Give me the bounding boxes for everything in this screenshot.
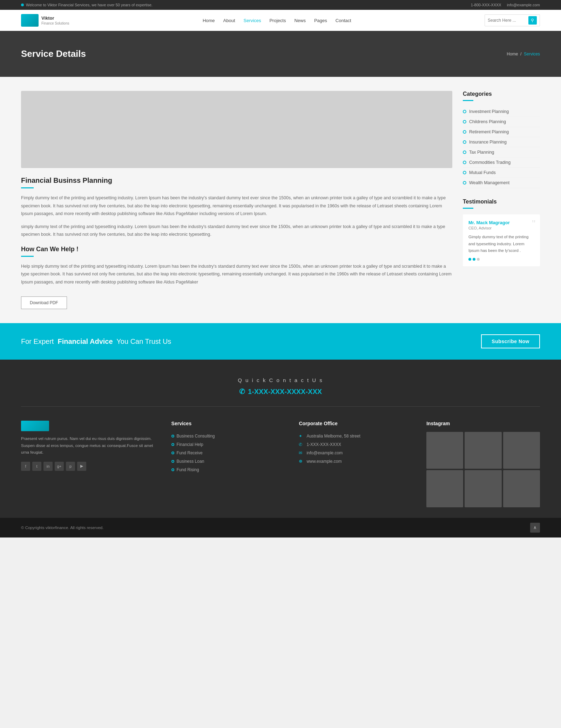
search-button[interactable]: ⚲ <box>528 16 537 25</box>
quick-contact: Q u i c k C o n t a c t U s ✆ 1-XXX-XXX-… <box>21 377 540 407</box>
list-item: ✉ info@example.com <box>299 449 412 457</box>
nav-pages[interactable]: Pages <box>314 18 327 23</box>
social-facebook[interactable]: f <box>21 462 30 471</box>
corp-list: ✦ Australia Melborne, 58 street ✆ 1-XXX-… <box>299 432 412 466</box>
how-help-title: How Can We Help ! <box>21 246 452 253</box>
insta-thumb[interactable] <box>465 470 501 507</box>
address-icon: ✦ <box>299 434 304 439</box>
nav-home[interactable]: Home <box>203 18 215 23</box>
corp-email-icon: ✉ <box>299 450 304 455</box>
nav-news[interactable]: News <box>294 18 306 23</box>
footer-corporate-col: Corporate Office ✦ Australia Melborne, 5… <box>299 421 412 507</box>
instagram-grid <box>426 432 540 507</box>
footer-services-list: Business Consulting Financial Help Fund … <box>171 432 285 474</box>
cta-text-bold: Financial Advice <box>58 338 113 345</box>
nav-contact[interactable]: Contact <box>336 18 351 23</box>
dot-2 <box>473 258 475 261</box>
sidebar-col: Categories Investment Planning Childrens… <box>463 91 540 309</box>
insta-thumb[interactable] <box>426 432 463 469</box>
footer-corporate-title: Corporate Office <box>299 421 412 426</box>
footer-bottom: © Copyrights viktorfinance. All rights r… <box>0 518 561 537</box>
list-item[interactable]: Investment Planning <box>463 107 540 117</box>
category-list: Investment Planning Childrens Planning R… <box>463 107 540 188</box>
list-item[interactable]: Fund Rising <box>171 466 285 474</box>
insta-thumb[interactable] <box>426 470 463 507</box>
main-wrapper: Financial Businss Planning Fimply dummy … <box>0 77 561 323</box>
list-item[interactable]: Retirement Planning <box>463 127 540 137</box>
cat-dot <box>463 171 466 174</box>
cta-text-end: You Can Trust Us <box>116 338 171 345</box>
list-item[interactable]: Commodities Trading <box>463 158 540 168</box>
insta-thumb[interactable] <box>503 432 540 469</box>
phone-icon: ✆ <box>239 387 245 396</box>
list-item: ☸ www.example.com <box>299 457 412 466</box>
service-item: Business Consulting <box>177 434 215 439</box>
social-googleplus[interactable]: g+ <box>55 462 64 471</box>
corp-web-icon: ☸ <box>299 459 304 464</box>
quick-contact-number: ✆ 1-XXX-XXX-XXXX-XXX <box>21 387 540 396</box>
top-bar-phone: 1-800-XXX-XXXX <box>471 3 501 7</box>
testimonial-role: CEO, Advisor <box>468 226 534 230</box>
nav-about[interactable]: About <box>223 18 235 23</box>
social-linkedin[interactable]: in <box>43 462 53 471</box>
top-bar-email: info@example.com <box>507 3 540 7</box>
page-title: Service Details <box>21 48 86 59</box>
footer-cols: Praesent vel rutrum purus. Nam vel dui e… <box>21 421 540 507</box>
testimonial-dots <box>468 258 534 261</box>
header: Viktor Finance Solutions Home About Serv… <box>0 10 561 31</box>
list-item[interactable]: Tax Planning <box>463 147 540 158</box>
list-item[interactable]: Financial Help <box>171 440 285 449</box>
corp-address: Australia Melborne, 58 street <box>306 434 360 439</box>
testimonial-name: Mr. Mack Magragor <box>468 220 534 225</box>
social-icons: f t in g+ p ▶ <box>21 462 157 471</box>
list-dot <box>171 435 174 438</box>
categories-bar <box>463 100 473 101</box>
scroll-top-button[interactable]: ∧ <box>530 523 540 533</box>
quick-contact-title: Q u i c k C o n t a c t U s <box>21 377 540 383</box>
content-paragraph2: simply dummy text of the printing and ty… <box>21 223 452 239</box>
list-item[interactable]: Fund Receive <box>171 449 285 457</box>
list-item[interactable]: Wealth Management <box>463 178 540 188</box>
footer-brand-col: Praesent vel rutrum purus. Nam vel dui e… <box>21 421 157 507</box>
testimonials-title: Testimonials <box>463 199 540 205</box>
content-title-bar <box>21 187 34 188</box>
insta-thumb[interactable] <box>465 432 501 469</box>
footer-phone: 1-XXX-XXX-XXXX-XXX <box>248 388 322 396</box>
cta-banner: For Expert Financial Advice You Can Trus… <box>0 323 561 360</box>
nav-projects[interactable]: Projects <box>269 18 286 23</box>
cat-dot <box>463 140 466 144</box>
footer-logo <box>21 421 49 431</box>
breadcrumb-home[interactable]: Home <box>507 52 518 56</box>
cat-dot <box>463 161 466 164</box>
list-item[interactable]: Business Consulting <box>171 432 285 440</box>
corp-website: www.example.com <box>306 459 342 464</box>
service-item: Fund Rising <box>177 467 199 472</box>
social-twitter[interactable]: t <box>32 462 41 471</box>
download-pdf-button[interactable]: Download PDF <box>21 296 67 309</box>
list-item[interactable]: Insurance Planning <box>463 137 540 147</box>
social-pinterest[interactable]: p <box>66 462 75 471</box>
social-youtube[interactable]: ▶ <box>77 462 86 471</box>
list-item[interactable]: Mutual Funds <box>463 168 540 178</box>
footer-instagram-title: Instagram <box>426 421 540 426</box>
list-item[interactable]: Childrens Planning <box>463 117 540 127</box>
search-input[interactable] <box>488 18 526 23</box>
nav-services[interactable]: Services <box>244 18 261 23</box>
top-bar-left: Welcome to Viktor Financial Services, we… <box>21 3 153 7</box>
logo-sub: Finance Solutions <box>41 21 69 25</box>
welcome-text: Welcome to Viktor Financial Services, we… <box>26 3 153 7</box>
top-bar-right: 1-800-XXX-XXXX info@example.com <box>471 3 540 7</box>
top-bar: Welcome to Viktor Financial Services, we… <box>0 0 561 10</box>
subscribe-button[interactable]: Subscribe Now <box>481 334 540 348</box>
categories-widget: Categories Investment Planning Childrens… <box>463 91 540 188</box>
testimonials-bar <box>463 208 473 209</box>
cat-dot <box>463 120 466 123</box>
cat-dot <box>463 151 466 154</box>
list-item: ✆ 1-XXX-XXX-XXXX <box>299 440 412 449</box>
breadcrumb-current: Services <box>524 52 540 56</box>
insta-thumb[interactable] <box>503 470 540 507</box>
list-item[interactable]: Business Loan <box>171 457 285 466</box>
list-dot <box>171 452 174 454</box>
footer-instagram-col: Instagram <box>426 421 540 507</box>
dot-3 <box>477 258 480 261</box>
